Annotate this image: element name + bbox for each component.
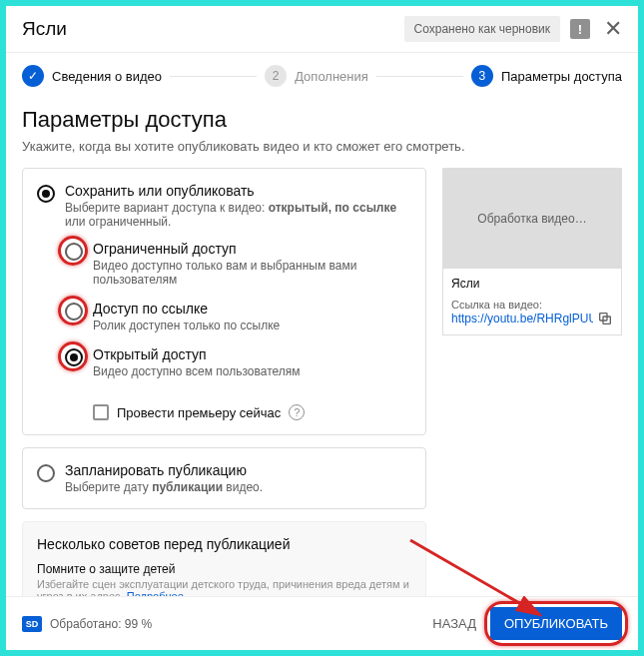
radio-icon (65, 243, 83, 261)
step-elements[interactable]: 2 Дополнения (265, 65, 368, 87)
checkbox-icon (93, 404, 109, 420)
page-subtitle: Укажите, когда вы хотите опубликовать ви… (22, 139, 622, 154)
radio-title: Запланировать публикацию (65, 462, 263, 478)
processing-progress: Обработано: 99 % (50, 617, 418, 631)
feedback-icon[interactable]: ! (570, 19, 590, 39)
tips-title: Несколько советов перед публикацией (37, 536, 411, 552)
checkbox-label: Провести премьеру сейчас (117, 405, 281, 420)
step-number-icon: 3 (471, 65, 493, 87)
copy-icon[interactable] (597, 311, 613, 327)
processing-label: Обработка видео… (477, 212, 586, 226)
step-connector (376, 76, 463, 77)
publish-now-radio[interactable]: Сохранить или опубликовать Выберите вари… (37, 183, 411, 229)
step-label: Параметры доступа (501, 69, 622, 84)
upload-dialog: Ясли Сохранено как черновик ! ✕ ✓ Сведен… (6, 6, 638, 650)
radio-title: Открытый доступ (93, 346, 301, 362)
link-label: Ссылка на видео: (451, 299, 613, 311)
schedule-card: Запланировать публикацию Выберите дату п… (22, 447, 426, 509)
radio-icon (65, 348, 83, 366)
step-label: Сведения о видео (52, 69, 162, 84)
quality-badge: SD (22, 616, 42, 632)
highlight-ring (58, 236, 88, 266)
schedule-radio[interactable]: Запланировать публикацию Выберите дату п… (37, 462, 411, 494)
radio-desc: Видео доступно всем пользователям (93, 364, 301, 378)
dialog-footer: SD Обработано: 99 % НАЗАД ОПУБЛИКОВАТЬ (6, 596, 638, 650)
radio-desc: Выберите дату публикации видео. (65, 480, 263, 494)
dialog-header: Ясли Сохранено как черновик ! ✕ (6, 6, 638, 53)
highlight-ring (484, 601, 628, 646)
page-title: Параметры доступа (22, 107, 622, 133)
publish-card: Сохранить или опубликовать Выберите вари… (22, 168, 426, 435)
tips-card: Несколько советов перед публикацией Помн… (22, 521, 426, 596)
visibility-private-radio[interactable]: Ограниченный доступ Видео доступно тольк… (65, 241, 411, 287)
stepper: ✓ Сведения о видео 2 Дополнения 3 Параме… (6, 53, 638, 99)
draft-status-badge: Сохранено как черновик (404, 16, 561, 42)
radio-title: Сохранить или опубликовать (65, 183, 411, 199)
content-area: Параметры доступа Укажите, когда вы хоти… (6, 99, 638, 596)
video-info: Ясли Ссылка на видео: https://youtu.be/R… (442, 269, 622, 335)
radio-icon (65, 303, 83, 321)
step-visibility[interactable]: 3 Параметры доступа (471, 65, 622, 87)
radio-icon (37, 464, 55, 482)
check-icon: ✓ (22, 65, 44, 87)
premiere-checkbox[interactable]: Провести премьеру сейчас ? (93, 404, 411, 420)
back-button[interactable]: НАЗАД (418, 608, 490, 639)
highlight-ring (58, 296, 88, 326)
tip-heading: Помните о защите детей (37, 562, 411, 576)
step-connector (170, 76, 257, 77)
highlight-ring (58, 341, 88, 371)
video-name: Ясли (451, 277, 613, 291)
publish-button[interactable]: ОПУБЛИКОВАТЬ (490, 607, 622, 640)
video-title: Ясли (22, 18, 404, 40)
radio-desc: Видео доступно только вам и выбранным ва… (93, 259, 411, 287)
tip-body: Избегайте сцен эксплуатации детского тру… (37, 578, 411, 596)
help-icon[interactable]: ? (289, 404, 305, 420)
step-number-icon: 2 (265, 65, 287, 87)
radio-title: Ограниченный доступ (93, 241, 411, 257)
video-link[interactable]: https://youtu.be/RHRglPUUv (451, 312, 593, 326)
radio-icon (37, 185, 55, 203)
radio-title: Доступ по ссылке (93, 301, 280, 317)
step-details[interactable]: ✓ Сведения о видео (22, 65, 162, 87)
radio-desc: Ролик доступен только по ссылке (93, 319, 280, 332)
video-thumbnail: Обработка видео… (442, 168, 622, 269)
close-icon[interactable]: ✕ (604, 16, 622, 42)
visibility-public-radio[interactable]: Открытый доступ Видео доступно всем поль… (65, 346, 411, 378)
visibility-unlisted-radio[interactable]: Доступ по ссылке Ролик доступен только п… (65, 301, 411, 332)
radio-desc: Выберите вариант доступа к видео: открыт… (65, 201, 411, 229)
step-label: Дополнения (295, 69, 368, 84)
